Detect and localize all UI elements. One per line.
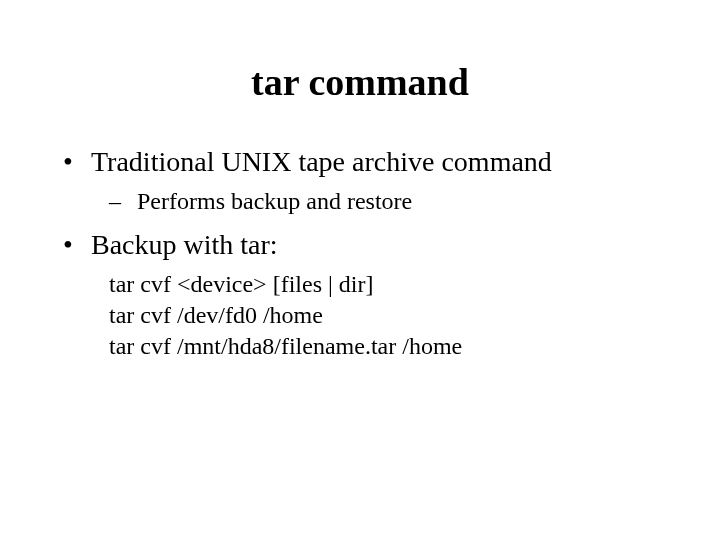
bullet-item: • Backup with tar: (63, 229, 665, 261)
bullet-icon: • (63, 229, 91, 261)
bullet-item: • Traditional UNIX tape archive command (63, 146, 665, 178)
bullet-text: Traditional UNIX tape archive command (91, 146, 552, 178)
bullet-icon: • (63, 146, 91, 178)
sub-bullet-item: – Performs backup and restore (109, 188, 665, 215)
code-line: tar cvf /mnt/hda8/filename.tar /home (109, 333, 665, 360)
sub-bullet-text: Performs backup and restore (137, 188, 412, 215)
bullet-text: Backup with tar: (91, 229, 278, 261)
slide-title: tar command (55, 60, 665, 104)
code-line: tar cvf /dev/fd0 /home (109, 302, 665, 329)
code-line: tar cvf <device> [files | dir] (109, 271, 665, 298)
dash-icon: – (109, 188, 137, 215)
